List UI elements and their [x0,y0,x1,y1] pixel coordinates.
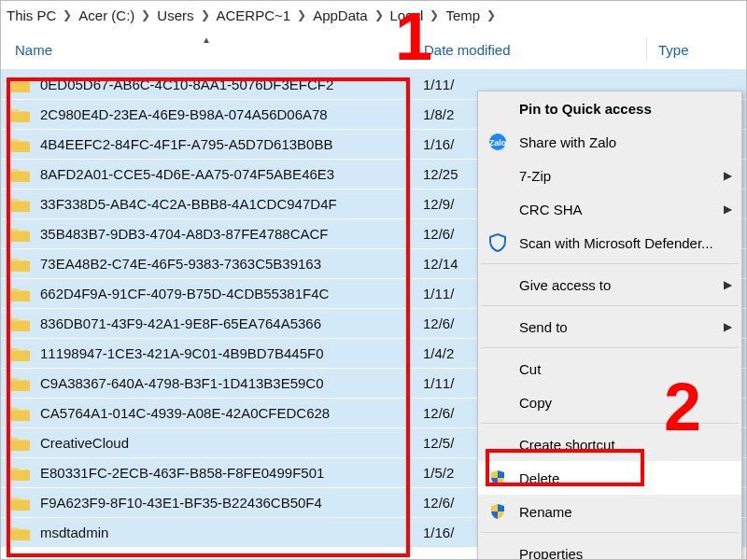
menu-give-access-to[interactable]: Give access to▶ [478,268,741,301]
chevron-right-icon: ▶ [724,278,732,291]
annotation-label-1: 1 [395,0,432,75]
folder-icon [1,406,40,421]
menu-separator [481,263,739,264]
file-name: 8AFD2A01-CCE5-4D6E-AA75-074F5ABE46E3 [40,166,412,182]
breadcrumb-segment[interactable]: Temp [445,7,480,23]
menu-7zip[interactable]: 7-Zip▶ [478,159,741,192]
chevron-right-icon: ❯ [374,8,384,21]
folder-icon [1,197,40,212]
breadcrumb-segment[interactable]: Users [157,7,193,23]
column-date[interactable]: Date modified [413,33,646,65]
menu-crc-sha[interactable]: CRC SHA▶ [478,192,741,226]
chevron-right-icon: ▶ [724,203,732,216]
uac-shield-icon [487,468,508,488]
breadcrumb[interactable]: This PC❯Acer (C:)❯Users❯ACERPC~1❯AppData… [1,1,746,29]
folder-icon [1,525,40,540]
file-name: 662D4F9A-91CF-4079-B75D-4CDB55381F4C [40,286,412,301]
chevron-right-icon: ❯ [63,8,72,21]
folder-icon [1,257,40,272]
folder-icon [1,436,40,451]
chevron-right-icon: ▶ [724,169,732,182]
defender-shield-icon [487,232,508,253]
menu-separator [481,532,739,533]
column-type[interactable]: Type [647,33,746,65]
folder-icon [1,77,40,92]
context-menu: Pin to Quick access Zalo Share with Zalo… [477,91,742,560]
menu-properties[interactable]: Properties [478,537,741,560]
menu-share-with-zalo[interactable]: Zalo Share with Zalo [478,125,741,159]
breadcrumb-segment[interactable]: AppData [313,7,367,23]
menu-delete[interactable]: Delete [478,461,741,495]
menu-send-to[interactable]: Send to▶ [478,310,741,343]
file-name: 836DB071-43F9-42A1-9E8F-65EA764A5366 [40,315,412,331]
file-name: 33F338D5-AB4C-4C2A-BBB8-4A1CDC947D4F [40,196,412,212]
file-name: C9A38367-640A-4798-B3F1-1D413B3E59C0 [40,375,412,391]
file-name: F9A623F9-8F10-43E1-BF35-B22436CB50F4 [40,495,412,511]
folder-icon [1,316,40,331]
file-name: 2C980E4D-23EA-46E9-B98A-074A56D06A78 [40,106,412,122]
svg-text:Zalo: Zalo [489,138,507,147]
menu-copy[interactable]: Copy [478,385,741,419]
annotation-label-2: 2 [664,369,701,445]
column-headers: ▲ Name Date modified Type [1,29,746,70]
folder-icon [1,376,40,391]
zalo-icon: Zalo [487,132,508,152]
file-name: CA5764A1-014C-4939-A08E-42A0CFEDC628 [40,405,412,421]
column-type-label: Type [658,42,689,58]
folder-icon [1,167,40,182]
menu-pin-to-quick-access[interactable]: Pin to Quick access [478,91,741,125]
column-name-label: Name [15,42,52,58]
chevron-right-icon: ❯ [141,8,150,21]
menu-cut[interactable]: Cut [478,352,741,385]
file-name: 35B483B7-9DB3-4704-A8D3-87FE4788CACF [40,226,412,242]
menu-separator [481,305,739,306]
breadcrumb-segment[interactable]: ACERPC~1 [217,7,291,23]
folder-icon [1,466,40,481]
chevron-right-icon: ❯ [201,8,210,21]
sort-asc-icon: ▲ [202,35,211,45]
menu-create-shortcut[interactable]: Create shortcut [478,427,741,461]
chevron-right-icon: ▶ [724,320,732,333]
chevron-right-icon: ❯ [297,8,306,21]
folder-icon [1,107,40,122]
file-name: 4B4EEFC2-84FC-4F1F-A795-A5D7D613B0BB [40,136,412,152]
uac-shield-icon [487,501,508,522]
file-name: CreativeCloud [40,435,412,451]
file-name: 73EA48B2-C74E-46F5-9383-7363C5B39163 [40,256,412,272]
chevron-right-icon: ❯ [486,8,496,21]
folder-icon [1,496,40,511]
breadcrumb-segment[interactable]: Acer (C:) [78,7,134,23]
menu-separator [481,347,739,348]
folder-icon [1,227,40,242]
breadcrumb-segment[interactable]: This PC [7,7,56,23]
file-name: msdtadmin [40,525,412,540]
file-name: E80331FC-2ECB-463F-B858-F8FE0499F501 [40,465,412,481]
folder-icon [1,287,40,301]
menu-scan-defender[interactable]: Scan with Microsoft Defender... [478,226,741,259]
folder-icon [1,137,40,152]
column-date-label: Date modified [424,42,511,58]
column-name[interactable]: ▲ Name [1,33,412,65]
folder-icon [1,346,40,361]
menu-rename[interactable]: Rename [478,495,741,528]
file-name: 0ED05D67-AB6C-4C10-8AA1-5076DF3EFCF2 [40,77,412,92]
file-name: 11198947-1CE3-421A-9C01-4B9BD7B445F0 [40,345,412,361]
